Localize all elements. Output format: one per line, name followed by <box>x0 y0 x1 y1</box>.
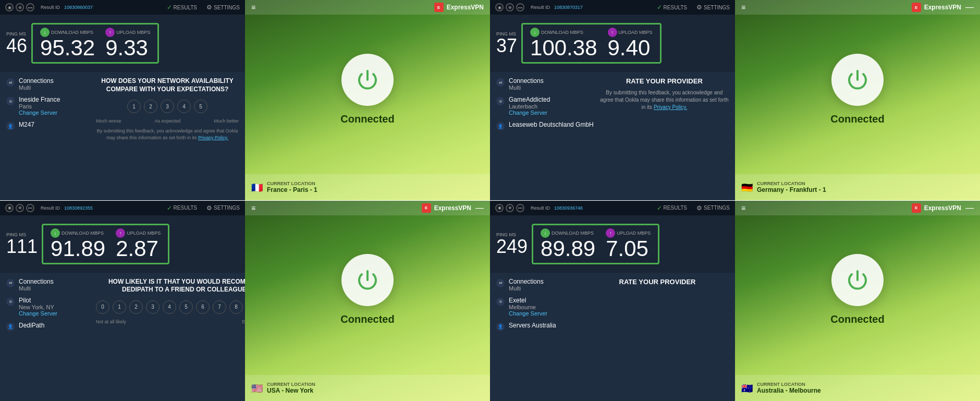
connections-value-1: Multi <box>19 84 54 91</box>
location-label-2: Current Location <box>757 181 826 186</box>
isp-label-3: Pilot <box>19 297 57 304</box>
settings-label-2: SETTINGS <box>704 5 730 10</box>
isp-icon-1: ⊕ <box>6 97 15 105</box>
vpn-menu-icon-1[interactable]: ≡ <box>251 3 255 11</box>
rating-btn-1-4[interactable]: 4 <box>177 100 191 113</box>
results-label-2: RESULTS <box>664 5 687 10</box>
metrics-highlighted-4: ↓ DOWNLOAD Mbps 89.89 ↑ UPLOAD Mbps 7.05 <box>532 224 659 264</box>
rating-btn-3-5[interactable]: 5 <box>179 300 193 314</box>
results-btn-2[interactable]: ✓ RESULTS <box>657 4 687 11</box>
vpn-menu-icon-2[interactable]: ≡ <box>741 3 745 11</box>
rating-btn-3-1[interactable]: 1 <box>113 300 126 314</box>
vpn-minimize-3[interactable]: — <box>475 203 484 213</box>
gear-icon-3: ⚙ <box>206 204 212 212</box>
rating-btn-3-0[interactable]: 0 <box>96 300 109 314</box>
vpn-minimize-4[interactable]: — <box>965 203 974 213</box>
provider-icon-4: 👤 <box>496 323 505 331</box>
rating-btn-1-1[interactable]: 1 <box>127 100 141 113</box>
isp-location-3: New York, NY <box>19 304 57 310</box>
settings-btn-4[interactable]: ⚙ SETTINGS <box>696 204 730 212</box>
download-label-text-1: DOWNLOAD Mbps <box>51 30 93 35</box>
rating-btn-1-2[interactable]: 2 <box>144 100 157 113</box>
speedtest-icon-4c: ⊕ <box>506 204 514 212</box>
isp-row-3: ⊕ Pilot New York, NY Change Server <box>6 297 90 317</box>
speedtest-body-4: ⇄ Connections Multi ⊕ Exetel Melbourne C… <box>490 273 735 401</box>
results-btn-3[interactable]: ✓ RESULTS <box>167 204 197 212</box>
location-value-2: Germany - Frankfurt - 1 <box>757 186 826 193</box>
rating-btn-3-7[interactable]: 7 <box>213 300 226 314</box>
vpn-connected-text-1: Connected <box>340 113 394 125</box>
settings-btn-2[interactable]: ⚙ SETTINGS <box>696 4 730 11</box>
upload-box-1: ↑ UPLOAD Mbps 9.33 <box>105 28 150 59</box>
connections-value-3: Multi <box>19 285 54 291</box>
settings-btn-1[interactable]: ⚙ SETTINGS <box>206 4 240 11</box>
speedtest-left-4: ⇄ Connections Multi ⊕ Exetel Melbourne C… <box>496 278 580 396</box>
rating-btn-3-6[interactable]: 6 <box>196 300 210 314</box>
settings-btn-3[interactable]: ⚙ SETTINGS <box>206 204 240 212</box>
isp-label-2: GameAddicted <box>509 96 550 103</box>
rating-btn-3-4[interactable]: 4 <box>163 300 176 314</box>
location-info-2: Current Location Germany - Frankfurt - 1 <box>757 181 826 193</box>
isp-icon-2: ⊕ <box>496 97 505 105</box>
upload-box-2: ↑ UPLOAD Mbps 9.40 <box>608 28 653 59</box>
change-server-4[interactable]: Change Server <box>509 310 547 317</box>
speedtest-right-1: HOW DOES YOUR NETWORK AVAILABILITY COMPA… <box>96 77 239 195</box>
download-box-2: ↓ DOWNLOAD Mbps 100.38 <box>530 28 597 59</box>
vpn-minimize-2[interactable]: — <box>965 3 974 12</box>
speedtest-icon-3: ••• <box>26 3 34 11</box>
vpn-body-1: Connected <box>245 15 490 174</box>
power-button-1[interactable] <box>341 54 394 106</box>
rating-btn-3-8[interactable]: 8 <box>229 300 243 314</box>
speedtest-icon-2: ⊕ <box>16 3 24 11</box>
vpn-logo-icon-2: E <box>912 3 921 12</box>
metrics-row-2: PING ms 37 ↓ DOWNLOAD Mbps 100.38 ↑ UPLO… <box>490 15 735 72</box>
speedtest-left-3: ⇄ Connections Multi ⊕ Pilot New York, NY… <box>6 278 90 396</box>
change-server-3[interactable]: Change Server <box>19 310 57 317</box>
connections-label-2: Connections <box>509 77 544 84</box>
rating-btn-1-5[interactable]: 5 <box>194 100 207 113</box>
vpn-body-4: Connected <box>735 215 980 375</box>
vpn-logo-text-4: ExpressVPN <box>924 204 961 212</box>
connections-label-4: Connections <box>509 278 544 285</box>
rating-btn-3-2[interactable]: 2 <box>129 300 143 314</box>
location-label-4: Current Location <box>757 382 821 387</box>
header-icons-1: ◉ ⊕ ••• <box>5 3 34 11</box>
flag-icon-3: 🇺🇸 <box>251 384 263 392</box>
isp-icon-4: ⊕ <box>496 298 505 306</box>
provider-icon-2: 👤 <box>496 122 505 130</box>
results-btn-4[interactable]: ✓ RESULTS <box>657 204 687 212</box>
check-icon-1: ✓ <box>167 4 172 11</box>
speedtest-right-4: RATE YOUR PROVIDER <box>586 278 729 396</box>
vpn-connected-text-3: Connected <box>340 313 394 325</box>
power-button-4[interactable] <box>831 254 884 306</box>
speedtest-icon-3d: ••• <box>26 204 34 212</box>
provider-1: M247 <box>19 121 34 128</box>
rating-row-1[interactable]: 1 2 3 4 5 <box>96 100 239 113</box>
power-icon-4 <box>844 267 871 293</box>
speedtest-header-4: ◉ ⊕ ••• Result ID 10830936746 ✓ RESULTS … <box>490 201 735 215</box>
power-button-2[interactable] <box>831 54 884 106</box>
rating-btn-1-3[interactable]: 3 <box>161 100 174 113</box>
results-btn-1[interactable]: ✓ RESULTS <box>167 4 197 11</box>
connections-icon-3: ⇄ <box>6 279 15 287</box>
connections-row-2: ⇄ Connections Multi <box>496 77 594 91</box>
location-value-1: France - Paris - 1 <box>267 186 317 193</box>
change-server-2[interactable]: Change Server <box>509 110 550 116</box>
vpn-header-2: ≡ E ExpressVPN — <box>735 0 980 15</box>
location-info-1: Current Location France - Paris - 1 <box>267 181 317 193</box>
vpn-header-4: ≡ E ExpressVPN — <box>735 201 980 215</box>
download-box-4: ↓ DOWNLOAD Mbps 89.89 <box>541 228 595 260</box>
speedtest-panel-2: ◉ ⊕ ••• Result ID 10830870317 ✓ RESULTS … <box>490 0 735 200</box>
privacy-link-1[interactable]: Privacy Policy. <box>198 135 228 140</box>
results-label-4: RESULTS <box>664 205 687 211</box>
rating-btn-3-3[interactable]: 3 <box>146 300 160 314</box>
power-button-3[interactable] <box>341 254 394 306</box>
rating-row-3[interactable]: 0 1 2 3 4 5 6 7 8 9 10 <box>96 300 245 314</box>
isp-row-1: ⊕ Ineside France Paris Change Server <box>6 96 90 116</box>
isp-location-1: Paris <box>19 103 60 110</box>
privacy-link-2[interactable]: Privacy Policy. <box>654 104 687 110</box>
vpn-menu-icon-3[interactable]: ≡ <box>251 204 255 212</box>
vpn-menu-icon-4[interactable]: ≡ <box>741 204 745 212</box>
change-server-1[interactable]: Change Server <box>19 110 60 116</box>
header-icons-3: ◉ ⊕ ••• <box>5 204 34 212</box>
